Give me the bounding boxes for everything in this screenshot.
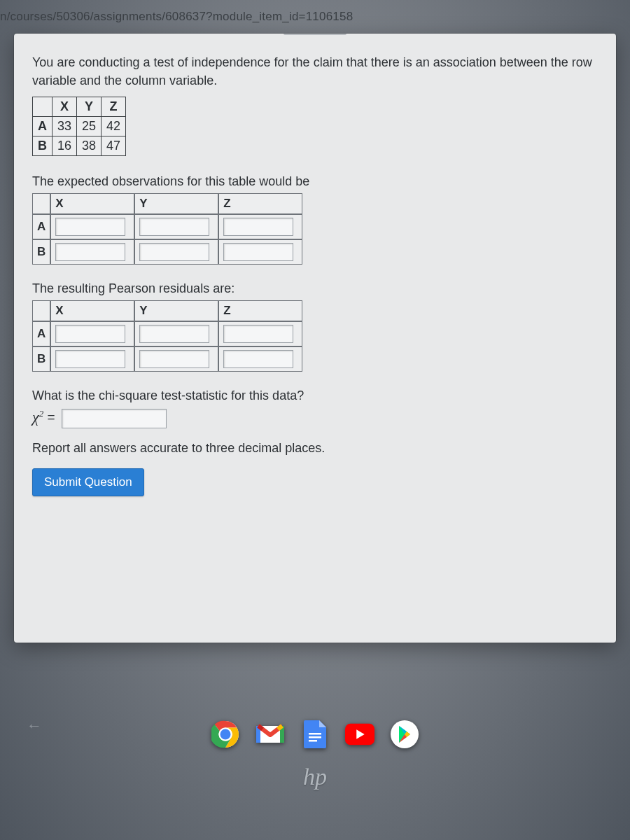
expected-table: X Y Z A B <box>32 193 302 265</box>
accuracy-note: Report all answers accurate to three dec… <box>32 441 598 456</box>
col-header: Y <box>77 97 102 117</box>
gmail-icon[interactable] <box>255 720 285 749</box>
expected-input-a-y[interactable] <box>139 218 209 236</box>
corner-cell <box>32 300 50 321</box>
chrome-icon[interactable] <box>211 720 240 749</box>
col-header: X <box>52 97 77 117</box>
residual-input-b-z[interactable] <box>223 350 293 368</box>
svg-rect-3 <box>309 733 321 735</box>
table-cell: 16 <box>52 136 77 156</box>
col-header: Z <box>218 193 302 214</box>
svg-rect-5 <box>309 740 317 742</box>
col-header: X <box>50 193 134 214</box>
chi-row: χ2 = <box>32 407 598 428</box>
table-cell: 25 <box>77 117 102 136</box>
url-bar: n/courses/50306/assignments/608637?modul… <box>0 0 630 34</box>
chi-symbol: χ2 <box>32 408 43 426</box>
table-cell: 42 <box>102 117 126 136</box>
svg-rect-4 <box>309 736 321 738</box>
row-header: A <box>32 214 50 239</box>
col-header: Z <box>218 300 302 321</box>
expected-label: The expected observations for this table… <box>32 174 598 189</box>
question-intro: You are conducting a test of independenc… <box>32 53 598 90</box>
youtube-icon[interactable] <box>345 720 374 749</box>
residuals-label: The resulting Pearson residuals are: <box>32 281 598 296</box>
col-header: X <box>50 300 134 321</box>
residual-input-a-y[interactable] <box>139 325 209 343</box>
back-arrow-icon[interactable]: ← <box>27 717 42 735</box>
chi-square-input[interactable] <box>62 409 167 428</box>
row-header: B <box>33 136 52 156</box>
taskbar <box>211 720 419 749</box>
observed-table: X Y Z A 33 25 42 B 16 38 47 <box>32 97 126 156</box>
residual-input-b-y[interactable] <box>139 350 209 368</box>
question-card: You are conducting a test of independenc… <box>14 34 616 643</box>
expected-input-b-y[interactable] <box>139 243 209 261</box>
expected-input-b-z[interactable] <box>223 243 293 261</box>
col-header: Z <box>102 97 126 117</box>
table-cell: 47 <box>102 136 126 156</box>
chi-equals: = <box>43 410 59 425</box>
svg-point-2 <box>220 729 231 740</box>
row-header: A <box>32 321 50 346</box>
row-header: B <box>32 239 50 265</box>
row-header: B <box>32 346 50 372</box>
expected-input-b-x[interactable] <box>55 243 125 261</box>
residual-input-b-x[interactable] <box>55 350 125 368</box>
docs-icon[interactable] <box>300 720 330 749</box>
chi-question: What is the chi-square test-statistic fo… <box>32 388 598 403</box>
drag-handle <box>284 34 346 35</box>
residual-input-a-x[interactable] <box>55 325 125 343</box>
hp-logo: hp <box>290 752 340 802</box>
table-cell: 38 <box>77 136 102 156</box>
submit-button[interactable]: Submit Question <box>32 468 144 496</box>
corner-cell <box>33 97 52 117</box>
col-header: Y <box>134 300 218 321</box>
table-cell: 33 <box>52 117 77 136</box>
residual-input-a-z[interactable] <box>223 325 293 343</box>
row-header: A <box>33 117 52 136</box>
expected-input-a-z[interactable] <box>223 218 293 236</box>
expected-input-a-x[interactable] <box>55 218 125 236</box>
residuals-table: X Y Z A B <box>32 300 302 372</box>
corner-cell <box>32 193 50 214</box>
col-header: Y <box>134 193 218 214</box>
play-store-icon[interactable] <box>390 720 419 749</box>
